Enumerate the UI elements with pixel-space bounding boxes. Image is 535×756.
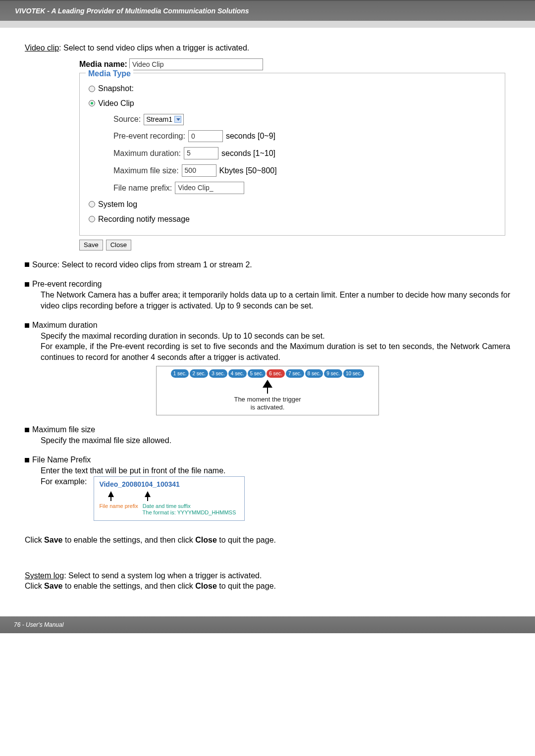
- video-clip-intro: Video clip: Select to send video clips w…: [25, 43, 510, 53]
- recording-notify-label: Recording notify message: [98, 214, 190, 225]
- timeline-pill: 1 sec.: [171, 369, 189, 378]
- sc2c: to enable the settings, and then click: [62, 582, 195, 590]
- bullet-maxdur: Maximum duration: [25, 320, 510, 331]
- media-type-legend: Media Type: [86, 68, 133, 79]
- bullet-fileprefix-title: File Name Prefix: [32, 455, 91, 464]
- max-duration-label: Maximum duration:: [113, 148, 181, 159]
- maxdur-body2: For example, if the Pre-event recording …: [41, 341, 510, 362]
- sc2a: Click: [25, 582, 44, 590]
- for-example-text: For example:: [41, 476, 87, 487]
- max-filesize-field[interactable]: 500: [182, 164, 216, 177]
- arrow-up-icon: [145, 491, 151, 497]
- bullet-preevent: Pre-event recording: [25, 279, 510, 290]
- media-name-field[interactable]: Video Clip: [129, 58, 263, 71]
- prefix-right-label-2: The format is: YYYYMMDD_HHMMSS: [143, 509, 236, 515]
- max-duration-field[interactable]: 5: [184, 147, 218, 159]
- system-log-radio[interactable]: [89, 201, 95, 207]
- timeline-pill: 6 sec.: [267, 369, 285, 378]
- timeline-pill: 9 sec.: [324, 369, 342, 378]
- arrow-up-icon: [108, 491, 114, 497]
- timeline-pill: 2 sec.: [190, 369, 208, 378]
- timeline-pills: 1 sec.2 sec.3 sec.4 sec.5 sec.6 sec.7 se…: [160, 369, 374, 378]
- snapshot-radio[interactable]: [89, 86, 95, 92]
- bullet-source-text: Source: Select to record video clips fro…: [32, 260, 252, 269]
- timeline-pill: 3 sec.: [209, 369, 227, 378]
- max-filesize-label: Maximum file size:: [113, 165, 179, 176]
- timeline-pill: 4 sec.: [228, 369, 247, 378]
- preevent-body: The Network Camera has a buffer area; it…: [41, 290, 510, 311]
- save-button[interactable]: Save: [79, 240, 103, 251]
- save-close-para-1: Click Save to enable the settings, and t…: [25, 535, 510, 546]
- source-label: Source:: [113, 114, 141, 125]
- fileprefix-body: Enter the text that will be put in front…: [41, 465, 510, 476]
- system-log-lead: System log: [25, 571, 64, 580]
- system-log-rest: : Select to send a system log when a tri…: [64, 571, 262, 580]
- bullet-maxfile: Maximum file size: [25, 424, 510, 435]
- sc1a: Click: [25, 536, 44, 544]
- timeline-caption-1: The moment the trigger: [160, 396, 374, 403]
- page-header: VIVOTEK - A Leading Provider of Multimed…: [0, 0, 535, 21]
- video-clip-radio[interactable]: [89, 100, 95, 106]
- timeline-pill: 10 sec.: [343, 369, 364, 378]
- video-clip-label: Video Clip: [98, 98, 134, 109]
- sc2e: to quit the page.: [217, 582, 276, 590]
- prefix-right-label-1: Date and time suffix: [143, 503, 191, 509]
- bullet-source: Source: Select to record video clips fro…: [25, 259, 510, 270]
- save-close-para-2: Click Save to enable the settings, and t…: [25, 581, 510, 592]
- prefix-left-label: File name prefix: [99, 503, 138, 509]
- source-select[interactable]: Stream1: [144, 114, 184, 125]
- video-clip-lead: Video clip: [25, 44, 59, 52]
- media-form: Media name: Video Clip Media Type Snapsh…: [79, 58, 510, 251]
- timeline-caption-2: is activated.: [160, 403, 374, 411]
- close-button[interactable]: Close: [106, 240, 131, 251]
- file-prefix-field[interactable]: Video Clip_: [175, 182, 244, 194]
- bullet-preevent-title: Pre-event recording: [32, 280, 102, 288]
- timeline-pill: 7 sec.: [286, 369, 304, 378]
- sc1d: Close: [195, 536, 217, 544]
- sc1e: to quit the page.: [217, 536, 276, 544]
- prefix-example-filename: Video_20080104_100341: [99, 480, 239, 489]
- maxfile-body: Specify the maximal file size allowed.: [41, 435, 510, 446]
- chevron-down-icon: [174, 116, 181, 123]
- system-log-intro: System log: Select to send a system log …: [25, 570, 510, 581]
- pre-event-label: Pre-event recording:: [113, 131, 185, 142]
- prefix-example-figure: Video_20080104_100341 File name prefix D…: [94, 476, 245, 521]
- bullet-maxfile-title: Maximum file size: [32, 425, 95, 434]
- maxdur-body1: Specify the maximal recording duration i…: [41, 331, 510, 342]
- file-prefix-label: File name prefix:: [113, 183, 172, 194]
- snapshot-label: Snapshot:: [98, 83, 134, 94]
- bullet-maxdur-title: Maximum duration: [32, 321, 98, 329]
- footer-page-label: 76 - User's Manual: [14, 621, 63, 628]
- max-filesize-suffix: Kbytes [50~800]: [219, 165, 277, 176]
- sc2b: Save: [44, 582, 62, 590]
- system-log-label: System log: [98, 199, 137, 210]
- timeline-pill: 8 sec.: [305, 369, 323, 378]
- sc1c: to enable the settings, and then click: [62, 536, 195, 544]
- recording-notify-radio[interactable]: [89, 216, 95, 222]
- timeline-pill: 5 sec.: [248, 369, 266, 378]
- arrow-stem: [267, 388, 268, 394]
- media-type-fieldset: Media Type Snapshot: Video Clip Source: …: [79, 73, 505, 236]
- max-duration-suffix: seconds [1~10]: [221, 148, 275, 159]
- arrow-up-icon: [263, 380, 272, 388]
- bullet-fileprefix: File Name Prefix: [25, 454, 510, 465]
- header-divider: [0, 21, 535, 28]
- sc2d: Close: [195, 582, 217, 590]
- sc1b: Save: [44, 536, 62, 544]
- pre-event-suffix: seconds [0~9]: [226, 131, 275, 142]
- source-value: Stream1: [146, 115, 172, 124]
- pre-event-field[interactable]: 0: [188, 130, 223, 143]
- header-title: VIVOTEK - A Leading Provider of Multimed…: [15, 7, 249, 15]
- video-clip-rest: : Select to send video clips when a trig…: [59, 44, 249, 52]
- timeline-figure: 1 sec.2 sec.3 sec.4 sec.5 sec.6 sec.7 se…: [156, 366, 379, 416]
- page-footer: 76 - User's Manual: [0, 616, 535, 633]
